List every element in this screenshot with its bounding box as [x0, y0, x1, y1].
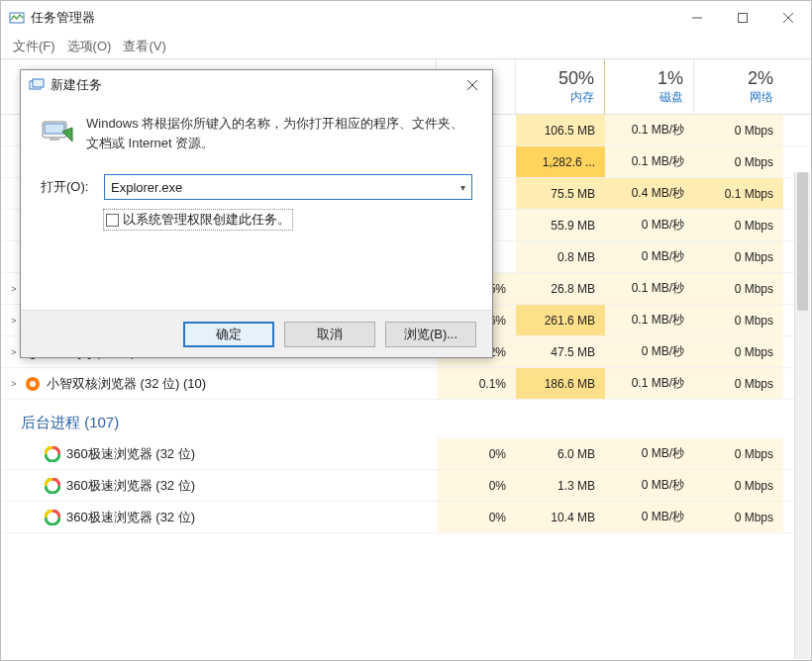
scrollbar-thumb[interactable]	[797, 172, 808, 311]
cell-mem: 26.8 MB	[516, 273, 605, 304]
cell-net: 0.1 Mbps	[694, 178, 783, 209]
cell-net: 0 Mbps	[694, 438, 783, 469]
minimize-button[interactable]	[674, 3, 720, 33]
process-name: 360极速浏览器 (32 位)	[66, 477, 195, 495]
cell-disk: 0 MB/秒	[605, 470, 694, 501]
cell-disk: 0 MB/秒	[605, 502, 694, 532]
cell-mem: 6.0 MB	[516, 438, 605, 469]
dialog-close-button[interactable]	[453, 71, 492, 99]
cell-cpu: 0%	[437, 470, 516, 501]
cell-net: 0 Mbps	[694, 470, 783, 501]
vertical-scrollbar[interactable]	[794, 172, 810, 659]
cell-disk: 0 MB/秒	[605, 438, 694, 469]
360-icon	[45, 478, 60, 494]
cell-mem: 261.6 MB	[516, 305, 605, 335]
cell-mem: 47.5 MB	[516, 336, 605, 367]
menubar: 文件(F) 选项(O) 查看(V)	[1, 35, 811, 58]
cell-disk: 0 MB/秒	[605, 210, 694, 240]
cell-net: 0 Mbps	[694, 305, 783, 335]
background-process-rows: 360极速浏览器 (32 位)0%6.0 MB0 MB/秒0 Mbps360极速…	[1, 438, 811, 533]
cell-disk: 0.1 MB/秒	[605, 305, 694, 335]
cell-mem: 10.4 MB	[516, 502, 605, 532]
admin-checkbox-row[interactable]: 以系统管理权限创建此任务。	[104, 210, 292, 230]
cell-cpu: 0%	[437, 502, 516, 532]
cancel-button[interactable]: 取消	[284, 322, 375, 347]
open-row: 打开(O): Explorer.exe ▾	[41, 174, 472, 200]
cell-disk: 0.1 MB/秒	[605, 146, 694, 177]
cell-net: 0 Mbps	[694, 368, 783, 399]
svg-rect-19	[33, 79, 44, 87]
cell-net: 0 Mbps	[694, 146, 783, 177]
svg-rect-23	[45, 124, 64, 134]
menu-file[interactable]: 文件(F)	[13, 38, 55, 55]
expand-icon[interactable]: >	[9, 316, 19, 326]
cell-disk: 0 MB/秒	[605, 336, 694, 367]
cell-net: 0 Mbps	[694, 502, 783, 532]
window-title: 任务管理器	[31, 9, 674, 27]
close-button[interactable]	[765, 3, 811, 33]
col-network[interactable]: 2%网络	[694, 59, 783, 114]
cell-mem: 55.9 MB	[516, 210, 605, 240]
process-name: 360极速浏览器 (32 位)	[66, 509, 195, 526]
cell-mem: 75.5 MB	[516, 178, 605, 209]
chevron-down-icon: ▾	[460, 182, 465, 193]
cell-mem: 1,282.6 ...	[516, 146, 605, 177]
admin-checkbox[interactable]	[106, 214, 119, 227]
360-icon	[45, 510, 60, 525]
process-name-cell: 360极速浏览器 (32 位)	[1, 502, 437, 532]
cell-disk: 0.1 MB/秒	[605, 368, 694, 399]
expand-icon[interactable]: >	[9, 347, 19, 357]
cell-mem: 0.8 MB	[516, 241, 605, 272]
window-controls	[674, 3, 811, 33]
cell-disk: 0.1 MB/秒	[605, 115, 694, 145]
cell-net: 0 Mbps	[694, 241, 783, 272]
dialog-message-row: Windows 将根据你所键入的名称，为你打开相应的程序、文件夹、文档或 Int…	[41, 114, 472, 152]
cell-mem: 1.3 MB	[516, 470, 605, 501]
run-icon	[41, 114, 74, 147]
svg-point-14	[30, 381, 36, 387]
col-disk[interactable]: 1%磁盘	[605, 59, 694, 114]
dialog-titlebar[interactable]: 新建任务	[21, 70, 492, 100]
cell-mem: 106.5 MB	[516, 115, 605, 145]
360-icon	[45, 446, 60, 462]
dialog-button-bar: 确定 取消 浏览(B)...	[21, 310, 492, 357]
section-background: 后台进程 (107)	[1, 400, 811, 438]
ok-button[interactable]: 确定	[183, 322, 274, 347]
svg-rect-2	[739, 14, 748, 23]
menu-view[interactable]: 查看(V)	[123, 38, 165, 55]
open-value: Explorer.exe	[111, 180, 182, 195]
process-name-cell: 360极速浏览器 (32 位)	[1, 438, 437, 469]
table-row[interactable]: 360极速浏览器 (32 位)0%10.4 MB0 MB/秒0 Mbps	[1, 502, 811, 533]
process-name-cell: 360极速浏览器 (32 位)	[1, 470, 437, 501]
xz-icon	[25, 376, 41, 392]
col-memory[interactable]: 50%内存	[516, 59, 605, 114]
process-name: 360极速浏览器 (32 位)	[66, 445, 195, 463]
dialog-title: 新建任务	[51, 76, 102, 94]
cell-net: 0 Mbps	[694, 115, 783, 145]
open-label: 打开(O):	[41, 178, 98, 196]
titlebar[interactable]: 任务管理器	[1, 1, 811, 35]
cell-cpu: 0%	[437, 438, 516, 469]
cell-disk: 0.4 MB/秒	[605, 178, 694, 209]
cell-disk: 0.1 MB/秒	[605, 273, 694, 304]
maximize-button[interactable]	[720, 3, 765, 33]
browse-button[interactable]: 浏览(B)...	[385, 322, 476, 347]
table-row[interactable]: >小智双核浏览器 (32 位) (10)0.1%186.6 MB0.1 MB/秒…	[1, 368, 811, 400]
run-dialog-icon	[29, 77, 45, 93]
admin-checkbox-label: 以系统管理权限创建此任务。	[123, 211, 290, 229]
cell-disk: 0 MB/秒	[605, 241, 694, 272]
taskmgr-icon	[9, 10, 25, 26]
table-row[interactable]: 360极速浏览器 (32 位)0%6.0 MB0 MB/秒0 Mbps	[1, 438, 811, 470]
expand-icon[interactable]: >	[9, 379, 19, 389]
table-row[interactable]: 360极速浏览器 (32 位)0%1.3 MB0 MB/秒0 Mbps	[1, 470, 811, 502]
cell-cpu: 0.1%	[437, 368, 516, 399]
open-combobox[interactable]: Explorer.exe ▾	[104, 174, 472, 200]
cell-mem: 186.6 MB	[516, 368, 605, 399]
expand-icon[interactable]: >	[9, 284, 19, 294]
dialog-message: Windows 将根据你所键入的名称，为你打开相应的程序、文件夹、文档或 Int…	[86, 114, 472, 152]
menu-options[interactable]: 选项(O)	[67, 38, 112, 55]
new-task-dialog: 新建任务 Windows 将根据你所键入的名称，为你打开相应的程序、文件夹、文档…	[20, 69, 493, 358]
cell-net: 0 Mbps	[694, 273, 783, 304]
process-name: 小智双核浏览器 (32 位) (10)	[47, 375, 206, 393]
svg-rect-24	[50, 138, 59, 141]
